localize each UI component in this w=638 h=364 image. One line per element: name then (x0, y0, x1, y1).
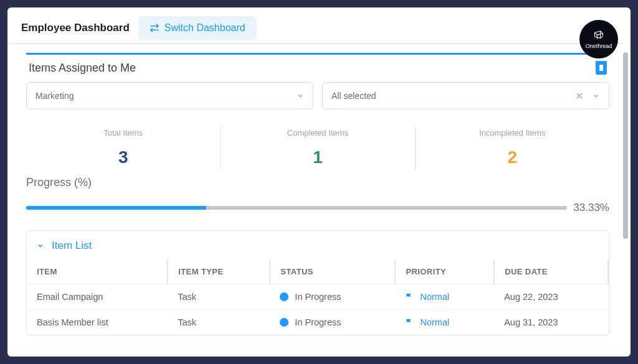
stat-incompleted-label: Incompleted Items (416, 128, 609, 138)
progress-wrap: 33.33% (26, 202, 609, 214)
items-assigned-widget: Items Assigned to Me Marketing All selec… (26, 53, 609, 335)
svg-marker-0 (595, 31, 603, 35)
cell-item-type: Task (168, 284, 270, 310)
stat-incompleted-value: 2 (416, 147, 609, 167)
cell-status: In Progress (270, 310, 395, 335)
widget-bookmark-icon[interactable] (596, 61, 607, 75)
scrollbar-thumb[interactable] (623, 52, 628, 239)
selection-dropdown[interactable]: All selected (322, 82, 609, 110)
cell-due-date: Aug 31, 2023 (494, 310, 608, 335)
brand-badge: Onethread (579, 20, 618, 58)
stat-completed-label: Completed Items (221, 128, 414, 138)
app-frame: Onethread Employee Dashboard Switch Dash… (7, 7, 631, 357)
cell-due-date: Aug 22, 2023 (494, 284, 608, 310)
status-dot-icon (280, 318, 288, 327)
stat-completed-value: 1 (221, 147, 414, 167)
progress-fill (26, 206, 206, 210)
progress-bar (26, 206, 567, 210)
col-status: STATUS (270, 259, 395, 284)
cell-status: In Progress (270, 284, 395, 310)
widget-titlebar: Items Assigned to Me (26, 57, 609, 82)
chevron-down-icon (37, 242, 44, 250)
clear-icon[interactable] (575, 91, 584, 100)
chevron-down-icon (297, 92, 304, 100)
chevron-down-icon (593, 92, 600, 100)
col-priority: PRIORITY (395, 259, 494, 284)
col-item: ITEM (27, 259, 168, 284)
col-due-date: DUE DATE (494, 259, 608, 284)
selection-dropdown-value: All selected (331, 91, 376, 101)
content-scroll-area: Items Assigned to Me Marketing All selec… (7, 44, 623, 357)
filter-row: Marketing All selected (26, 82, 609, 110)
item-table: ITEM ITEM TYPE STATUS PRIORITY DUE DATE … (27, 259, 609, 335)
progress-percent: 33.33% (573, 202, 609, 214)
item-list-header-label: Item List (52, 240, 92, 252)
table-header-row: ITEM ITEM TYPE STATUS PRIORITY DUE DATE (27, 259, 608, 284)
col-item-type: ITEM TYPE (168, 259, 270, 284)
item-list-toggle[interactable]: Item List (27, 240, 609, 259)
stat-total-label: Total Items (26, 128, 220, 138)
switch-dashboard-label: Switch Dashboard (164, 22, 245, 34)
switch-dashboard-button[interactable]: Switch Dashboard (138, 16, 257, 40)
page-title: Employee Dashboard (21, 22, 130, 34)
category-dropdown-value: Marketing (36, 91, 74, 101)
cell-item: Basis Member list (27, 310, 168, 335)
category-dropdown[interactable]: Marketing (26, 82, 313, 110)
vertical-scrollbar[interactable] (623, 52, 628, 350)
widget-title: Items Assigned to Me (29, 62, 136, 75)
progress-label: Progress (%) (26, 176, 609, 189)
table-row[interactable]: Email CampaignTaskIn ProgressNormalAug 2… (27, 284, 608, 310)
item-list-card: Item List ITEM ITEM TYPE STATUS PRIORITY… (26, 230, 609, 335)
stat-total-value: 3 (26, 147, 220, 167)
table-row[interactable]: Basis Member listTaskIn ProgressNormalAu… (27, 310, 608, 335)
stats-row: Total Items 3 Completed Items 1 Incomple… (26, 124, 609, 172)
status-dot-icon (280, 292, 288, 301)
flag-icon (405, 292, 414, 301)
cell-item: Email Campaign (27, 284, 168, 310)
stat-completed: Completed Items 1 (221, 124, 414, 172)
cell-priority: Normal (395, 310, 494, 335)
svg-rect-5 (599, 65, 603, 71)
stat-total: Total Items 3 (26, 124, 220, 172)
header: Employee Dashboard Switch Dashboard (7, 7, 631, 46)
flag-icon (405, 318, 414, 327)
swap-icon (150, 23, 160, 33)
brand-logo-icon (591, 29, 607, 42)
cell-priority: Normal (395, 284, 494, 310)
cell-item-type: Task (168, 310, 270, 335)
stat-incompleted: Incompleted Items 2 (416, 124, 609, 172)
brand-name: Onethread (586, 43, 612, 49)
